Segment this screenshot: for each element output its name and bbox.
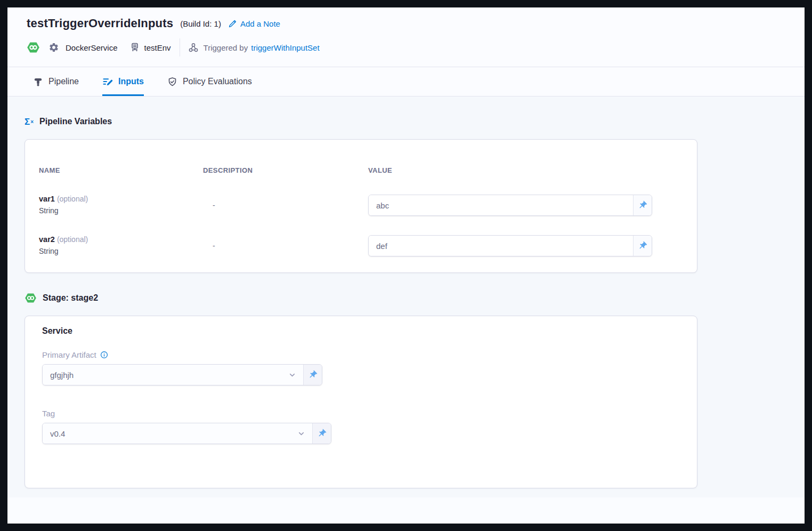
variable-name: var1 bbox=[39, 195, 55, 203]
variable-name-cell: var1 (optional) String bbox=[39, 195, 203, 216]
tag-select[interactable]: v0.4 bbox=[43, 423, 312, 444]
variable-value-cell bbox=[368, 195, 652, 216]
tab-bar: Pipeline Inputs Policy Evaluations bbox=[7, 67, 805, 96]
variable-optional-label: (optional) bbox=[57, 235, 88, 244]
tab-inputs-label: Inputs bbox=[118, 77, 144, 86]
variable-type: String bbox=[39, 247, 203, 255]
tag-value: v0.4 bbox=[50, 429, 65, 438]
primary-artifact-label-row: Primary Artifact bbox=[42, 350, 680, 359]
cd-stage-icon bbox=[25, 292, 37, 304]
primary-artifact-group: gfgjhjh bbox=[42, 364, 322, 385]
add-note-button[interactable]: Add a Note bbox=[228, 19, 280, 28]
pipeline-variables-heading: Σ× Pipeline Variables bbox=[25, 116, 787, 127]
chevron-down-icon bbox=[288, 371, 296, 379]
service-name: DockerService bbox=[66, 43, 118, 52]
inputs-icon bbox=[102, 76, 113, 87]
variable-optional-label: (optional) bbox=[57, 195, 88, 203]
column-name: NAME bbox=[39, 166, 203, 174]
tab-inputs[interactable]: Inputs bbox=[102, 67, 144, 96]
primary-artifact-label: Primary Artifact bbox=[42, 350, 96, 359]
variable-row-var2: var2 (optional) String - bbox=[39, 235, 652, 256]
var2-input-group bbox=[368, 235, 652, 256]
var2-value-input[interactable] bbox=[369, 236, 633, 256]
pin-icon bbox=[308, 370, 318, 380]
header-divider bbox=[180, 38, 180, 57]
info-icon[interactable] bbox=[100, 351, 108, 359]
tab-pipeline[interactable]: Pipeline bbox=[33, 67, 79, 96]
add-note-label: Add a Note bbox=[240, 19, 280, 28]
tag-pin-button[interactable] bbox=[312, 423, 331, 444]
variable-name-cell: var2 (optional) String bbox=[39, 235, 203, 256]
tag-label: Tag bbox=[42, 409, 55, 418]
footer-strip bbox=[7, 497, 805, 524]
build-meta-row: DockerService testEnv bbox=[27, 38, 785, 57]
triggered-by-label: Triggered by bbox=[204, 43, 248, 52]
column-value: VALUE bbox=[368, 166, 652, 174]
service-section-title: Service bbox=[42, 326, 680, 336]
primary-artifact-pin-button[interactable] bbox=[303, 365, 322, 385]
variable-row-var1: var1 (optional) String - bbox=[39, 195, 652, 216]
var2-pin-button[interactable] bbox=[633, 236, 652, 256]
service-card: Service Primary Artifact gfgjhjh bbox=[25, 316, 697, 488]
environment-name: testEnv bbox=[144, 43, 171, 52]
primary-artifact-value: gfgjhjh bbox=[50, 371, 74, 380]
build-id-label: (Build Id: 1) bbox=[180, 19, 221, 28]
column-description: DESCRIPTION bbox=[203, 166, 368, 174]
trigger-link[interactable]: triggerWithInputSet bbox=[251, 43, 319, 52]
variable-description: - bbox=[203, 195, 368, 216]
environment-icon bbox=[129, 42, 140, 53]
var1-pin-button[interactable] bbox=[633, 195, 652, 215]
tab-policy-evaluations-label: Policy Evaluations bbox=[183, 77, 252, 86]
variables-table-header: NAME DESCRIPTION VALUE bbox=[39, 166, 652, 174]
stage-heading: Stage: stage2 bbox=[25, 292, 787, 304]
variable-value-cell bbox=[368, 235, 652, 256]
pin-icon bbox=[638, 241, 647, 251]
pin-icon bbox=[638, 200, 647, 210]
tab-policy-evaluations[interactable]: Policy Evaluations bbox=[167, 67, 252, 96]
pin-icon bbox=[317, 429, 327, 438]
variable-description: - bbox=[203, 235, 368, 256]
pipeline-icon bbox=[33, 77, 43, 87]
primary-artifact-select[interactable]: gfgjhjh bbox=[43, 365, 303, 385]
tag-label-row: Tag bbox=[42, 409, 680, 418]
app-window: testTriggerOverrideInputs (Build Id: 1) … bbox=[7, 7, 805, 524]
inputs-panel: Σ× Pipeline Variables NAME DESCRIPTION V… bbox=[7, 116, 805, 488]
build-header: testTriggerOverrideInputs (Build Id: 1) … bbox=[7, 7, 805, 67]
pencil-icon bbox=[228, 19, 237, 28]
trigger-icon bbox=[188, 42, 199, 53]
title-row: testTriggerOverrideInputs (Build Id: 1) … bbox=[27, 7, 785, 30]
gear-icon bbox=[48, 42, 59, 53]
variable-type: String bbox=[39, 206, 203, 215]
stage-title: Stage: stage2 bbox=[43, 292, 98, 304]
var1-input-group bbox=[368, 195, 652, 216]
pipeline-variables-card: NAME DESCRIPTION VALUE var1 (optional) S… bbox=[25, 139, 697, 273]
shield-check-icon bbox=[167, 77, 177, 87]
page-title: testTriggerOverrideInputs bbox=[27, 17, 173, 30]
tag-group: v0.4 bbox=[42, 423, 331, 444]
chevron-down-icon bbox=[297, 430, 305, 438]
tab-pipeline-label: Pipeline bbox=[48, 77, 79, 86]
variable-name: var2 bbox=[39, 235, 55, 244]
sigma-icon: Σ× bbox=[25, 117, 34, 126]
pipeline-variables-title: Pipeline Variables bbox=[39, 116, 112, 127]
var1-value-input[interactable] bbox=[369, 195, 633, 215]
cd-module-icon bbox=[27, 41, 40, 54]
